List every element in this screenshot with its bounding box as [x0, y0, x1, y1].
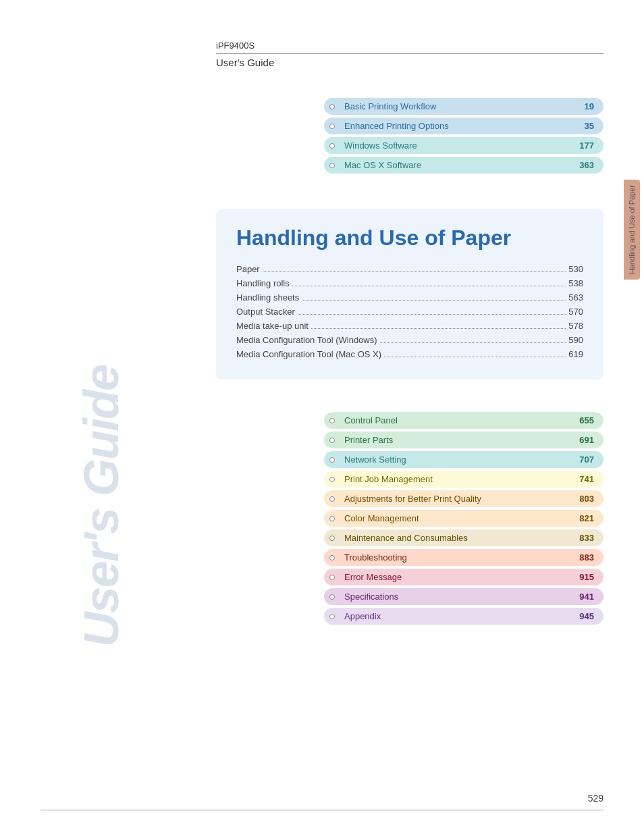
bottom-nav-item-0[interactable]: Control Panel 655	[324, 412, 603, 429]
nav-page-1: 35	[585, 121, 594, 131]
toc-item-5[interactable]: Media Configuration Tool (Windows) 590	[236, 335, 583, 345]
watermark: User's Guide	[27, 338, 176, 675]
bottom-nav-label-1: Printer Parts	[344, 435, 393, 445]
nav-dot-1	[329, 124, 335, 129]
toc-page-3: 570	[568, 307, 583, 317]
header-area: iPF9400S User's Guide	[216, 41, 603, 82]
nav-label-1: Enhanced Printing Options	[344, 121, 449, 131]
bottom-nav-page-0: 655	[579, 415, 594, 425]
bottom-nav-inner-0: Control Panel 655	[333, 415, 594, 425]
toc-item-3[interactable]: Output Stacker 570	[236, 307, 583, 317]
toc-item-4[interactable]: Media take-up unit 578	[236, 321, 583, 331]
top-nav-area: Basic Printing Workflow 19 Enhanced Prin…	[324, 98, 603, 176]
nav-label-0: Basic Printing Workflow	[344, 101, 436, 111]
toc-label-5: Media Configuration Tool (Windows)	[236, 335, 377, 345]
top-nav-item-0[interactable]: Basic Printing Workflow 19	[324, 98, 603, 115]
bottom-nav-page-3: 741	[579, 474, 594, 484]
bottom-nav-inner-6: Maintenance and Consumables 833	[333, 533, 594, 543]
header-divider	[216, 53, 603, 54]
toc-page-2: 563	[568, 292, 583, 303]
toc-item-6[interactable]: Media Configuration Tool (Mac OS X) 619	[236, 349, 583, 359]
nav-page-2: 177	[579, 140, 594, 151]
toc-page-6: 619	[568, 349, 583, 359]
bottom-nav-label-6: Maintenance and Consumables	[344, 533, 468, 543]
bottom-nav-dot-3	[329, 477, 335, 482]
bottom-nav-page-9: 941	[579, 592, 594, 602]
toc-dots-4	[311, 328, 566, 329]
bottom-nav-label-4: Adjustments for Better Print Quality	[344, 494, 481, 504]
toc-label-4: Media take-up unit	[236, 321, 308, 331]
bottom-nav-page-7: 883	[579, 552, 594, 563]
toc-item-0[interactable]: Paper 530	[236, 264, 583, 274]
toc-dots-3	[298, 314, 566, 315]
bottom-nav-label-9: Specifications	[344, 592, 398, 602]
bottom-nav-inner-7: Troubleshooting 883	[333, 552, 594, 563]
bottom-nav-dot-4	[329, 496, 335, 502]
bottom-nav-item-3[interactable]: Print Job Management 741	[324, 471, 603, 488]
bottom-nav-dot-8	[329, 575, 335, 580]
toc-container: Paper 530 Handling rolls 538 Handling sh…	[236, 264, 583, 359]
toc-dots-5	[380, 342, 566, 343]
nav-label-3: Mac OS X Software	[344, 160, 421, 170]
toc-label-0: Paper	[236, 264, 260, 274]
bottom-nav-page-8: 915	[579, 572, 594, 582]
main-section: Handling and Use of Paper Paper 530 Hand…	[216, 209, 603, 380]
toc-page-5: 590	[568, 335, 583, 345]
bottom-nav-inner-2: Network Setting 707	[333, 454, 594, 465]
bottom-nav-page-1: 691	[579, 435, 594, 445]
nav-item-inner-2: Windows Software 177	[333, 140, 594, 151]
top-nav-item-2[interactable]: Windows Software 177	[324, 137, 603, 154]
bottom-nav-label-0: Control Panel	[344, 415, 398, 425]
toc-label-2: Handling sheets	[236, 292, 299, 303]
toc-label-1: Handling rolls	[236, 278, 290, 288]
bottom-nav-item-1[interactable]: Printer Parts 691	[324, 432, 603, 448]
bottom-nav-dot-10	[329, 614, 335, 619]
nav-dot-0	[329, 104, 335, 109]
bottom-nav-item-6[interactable]: Maintenance and Consumables 833	[324, 529, 603, 546]
bottom-nav-item-4[interactable]: Adjustments for Better Print Quality 803	[324, 490, 603, 507]
bottom-nav-inner-9: Specifications 941	[333, 592, 594, 602]
top-nav-item-3[interactable]: Mac OS X Software 363	[324, 157, 603, 174]
section-title: Handling and Use of Paper	[236, 226, 583, 251]
bottom-nav-label-7: Troubleshooting	[344, 552, 407, 563]
toc-label-3: Output Stacker	[236, 307, 295, 317]
nav-label-2: Windows Software	[344, 140, 417, 151]
bottom-nav-item-2[interactable]: Network Setting 707	[324, 451, 603, 468]
bottom-nav-item-9[interactable]: Specifications 941	[324, 588, 603, 605]
toc-page-1: 538	[568, 278, 583, 288]
toc-dots-6	[384, 357, 566, 357]
bottom-nav-label-10: Appendix	[344, 611, 381, 621]
bottom-nav-item-8[interactable]: Error Message 915	[324, 569, 603, 585]
bottom-nav-inner-8: Error Message 915	[333, 572, 594, 582]
nav-dot-2	[329, 143, 335, 149]
bottom-nav-dot-0	[329, 418, 335, 423]
bottom-nav-inner-1: Printer Parts 691	[333, 435, 594, 445]
bottom-nav-dot-2	[329, 457, 335, 463]
nav-dot-3	[329, 163, 335, 168]
bottom-nav-dot-9	[329, 594, 335, 600]
bottom-nav-item-5[interactable]: Color Management 821	[324, 510, 603, 527]
top-nav-item-1[interactable]: Enhanced Printing Options 35	[324, 118, 603, 134]
bottom-nav-dot-7	[329, 555, 335, 561]
bottom-nav-page-10: 945	[579, 611, 594, 621]
toc-item-2[interactable]: Handling sheets 563	[236, 292, 583, 303]
bottom-divider	[41, 810, 603, 810]
nav-item-inner-0: Basic Printing Workflow 19	[333, 101, 594, 111]
watermark-text: User's Guide	[74, 365, 129, 647]
side-label-right: Handling and Use of Paper	[620, 135, 644, 324]
bottom-nav-inner-5: Color Management 821	[333, 513, 594, 523]
bottom-nav-item-10[interactable]: Appendix 945	[324, 608, 603, 625]
toc-dots-2	[302, 300, 566, 301]
guide-title: User's Guide	[216, 57, 603, 68]
bottom-nav-dot-1	[329, 438, 335, 443]
bottom-nav-page-5: 821	[579, 513, 594, 523]
toc-page-4: 578	[568, 321, 583, 331]
bottom-nav-dot-5	[329, 516, 335, 521]
bottom-nav-item-7[interactable]: Troubleshooting 883	[324, 549, 603, 566]
bottom-nav-page-6: 833	[579, 533, 594, 543]
bottom-nav-inner-4: Adjustments for Better Print Quality 803	[333, 494, 594, 504]
toc-item-1[interactable]: Handling rolls 538	[236, 278, 583, 288]
toc-dots-1	[292, 286, 566, 286]
side-label-text: Handling and Use of Paper	[624, 180, 640, 280]
toc-label-6: Media Configuration Tool (Mac OS X)	[236, 349, 381, 359]
